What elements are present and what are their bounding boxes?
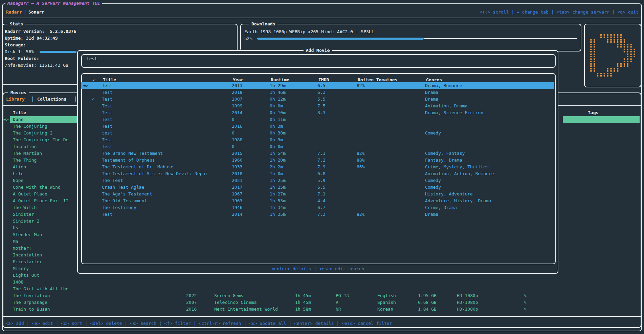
result-row[interactable]: ✓Test20070h 12m5.5Drama xyxy=(81,96,554,103)
library-item-label: Gone with the Wind xyxy=(10,184,77,191)
library-item[interactable]: 1408 xyxy=(3,279,77,286)
library-item[interactable]: Incantation xyxy=(3,252,77,258)
result-genres: Drama, Science Fiction xyxy=(425,109,483,116)
result-year: 2018 xyxy=(232,89,242,96)
download-percent: 52% xyxy=(244,35,252,42)
library-item-label: Ma xyxy=(10,238,77,245)
library-item-label: The Conjuring: The De xyxy=(10,137,77,143)
library-item[interactable]: The Conjuring: The De xyxy=(3,137,77,143)
result-runtime: 1h 54m xyxy=(270,150,286,157)
library-item[interactable]: Slender Man xyxy=(3,231,77,238)
result-imdb: 7.3 xyxy=(317,211,325,218)
result-row[interactable]: The Old Testament19631h 53m4.4Adventure,… xyxy=(81,197,554,204)
library-item[interactable]: Inception xyxy=(3,143,77,150)
tab-separator: │ xyxy=(24,9,26,16)
library-item-label: Lights Out xyxy=(10,272,77,279)
library-item[interactable]: The Martian xyxy=(3,150,77,157)
result-row[interactable]: Test20160h 3m xyxy=(81,123,554,130)
movie-detail-row[interactable]: 2016Next Entertainment World1h 58mNRKore… xyxy=(0,306,644,313)
library-item[interactable]: Nope xyxy=(3,177,77,184)
result-row[interactable]: The Testament of Sister New Devil: Depar… xyxy=(81,170,554,177)
result-row[interactable]: Testament of Orpheus19601h 20m7.288%Fant… xyxy=(81,157,554,164)
library-item[interactable]: A Quiet Place xyxy=(3,191,77,197)
title-column-header: Title xyxy=(13,109,26,116)
result-year: 1946 xyxy=(232,204,242,211)
result-row[interactable]: The Test20211h 25m5.9Comedy xyxy=(81,177,554,184)
movie-detail-row[interactable]: 2007Telecinco Cinema1h 45mRSpanish0.68 G… xyxy=(0,299,644,306)
library-item-label: Nope xyxy=(10,177,77,184)
tab-radarr[interactable]: Radarr xyxy=(6,9,22,16)
library-item[interactable]: Firestarter xyxy=(3,258,77,265)
library-item[interactable]: The Thing xyxy=(3,157,77,164)
result-runtime: 1h 25m xyxy=(270,177,286,184)
result-imdb: 5.9 xyxy=(317,177,325,184)
result-row[interactable]: Test20141h 35m7.382%Drama xyxy=(81,211,554,218)
library-item[interactable]: Gone with the Wind xyxy=(3,184,77,191)
library-item[interactable]: Sinister 2 xyxy=(3,218,77,225)
result-runtime: 1h 27m xyxy=(270,191,286,197)
library-item[interactable]: The Girl with All the xyxy=(3,286,77,292)
library-item[interactable]: The Conjuring 2 xyxy=(3,130,77,137)
result-runtime: 0h 3m xyxy=(270,137,283,143)
result-runtime: 1h 53m xyxy=(270,197,286,204)
result-year: 1967 xyxy=(232,191,242,197)
movie-search-input[interactable] xyxy=(86,56,554,62)
movie-studio: Screen Gems xyxy=(214,292,243,299)
result-title: Crash Test Aglae xyxy=(102,184,144,191)
result-genres: Comedy xyxy=(425,130,441,137)
result-runtime: 0h 30m xyxy=(270,130,286,137)
result-title: Test xyxy=(102,103,112,109)
tab-collections[interactable]: Collections xyxy=(37,96,66,103)
app-title: Managarr – A Servarr management TUI xyxy=(5,0,102,7)
library-item[interactable]: Alien xyxy=(3,164,77,170)
result-row[interactable]: The Testimony19461h 34m6.7Crime, Drama xyxy=(81,204,554,211)
library-item-label: Alien xyxy=(10,164,77,170)
result-row[interactable]: Test19880h 3m xyxy=(81,137,554,143)
result-imdb: 5.5 xyxy=(317,96,325,103)
library-item-label: Slender Man xyxy=(10,231,77,238)
library-item-label: The Girl with All the xyxy=(10,286,77,292)
library-item[interactable]: mother! xyxy=(3,245,77,252)
library-item-label: The Conjuring xyxy=(10,123,77,130)
result-row[interactable]: Crash Test Aglae20171h 25m6.5Comedy xyxy=(81,184,554,191)
result-imdb: 6.5 xyxy=(317,184,325,191)
tab-library[interactable]: Library xyxy=(6,96,25,103)
result-title: The Aga's Testament xyxy=(102,191,152,197)
library-item[interactable]: Us xyxy=(3,225,77,231)
result-row[interactable]: The Aga's Testament19671h 27m7.1History,… xyxy=(81,191,554,197)
result-row[interactable]: =>Test20131h 29m6.582%Drama, Romance xyxy=(81,82,554,89)
result-row[interactable]: The Brand New Testament20151h 54m7.182%C… xyxy=(81,150,554,157)
result-row[interactable]: Test20181h 46m6.3Drama xyxy=(81,89,554,96)
movie-year: 2022 xyxy=(186,292,197,299)
library-item[interactable]: Sinister xyxy=(3,211,77,218)
result-runtime: 0h 10m xyxy=(270,109,286,116)
library-item[interactable]: The Witch xyxy=(3,204,77,211)
library-item[interactable]: Misery xyxy=(3,265,77,272)
movies-panel-title: Movies xyxy=(8,89,29,96)
root-folder-line: /nfs/movies: 11511.43 GB xyxy=(5,62,68,69)
stats-panel-title: Stats xyxy=(7,21,25,27)
library-item[interactable]: Life xyxy=(3,170,77,177)
result-runtime: 1h 0m xyxy=(270,170,283,177)
result-row[interactable]: The Testament of Dr. Mabuse19332h 2m7.98… xyxy=(81,164,554,170)
library-item-label: Sinister 2 xyxy=(10,218,77,225)
library-item[interactable]: Ma xyxy=(3,238,77,245)
result-row[interactable]: Test19990h 0m7.5Animation, Drama xyxy=(81,103,554,109)
library-item[interactable]: =>Dune xyxy=(3,116,77,123)
result-year: 1963 xyxy=(232,197,242,204)
result-title: Test xyxy=(102,116,112,123)
tab-sonarr[interactable]: Sonarr xyxy=(28,9,44,16)
result-row[interactable]: Test00h 0m xyxy=(81,143,554,150)
library-item-label: A Quiet Place Part II xyxy=(10,197,77,204)
library-item[interactable]: Lights Out xyxy=(3,272,77,279)
library-item[interactable]: A Quiet Place Part II xyxy=(3,197,77,204)
library-item[interactable]: The Conjuring xyxy=(3,123,77,130)
download-progress-remainder xyxy=(424,38,577,39)
result-row[interactable]: Test00h 11m xyxy=(81,116,554,123)
result-row[interactable]: Test20140h 10m8.3Drama, Science Fiction xyxy=(81,109,554,116)
result-genres: Crime, Drama xyxy=(425,204,457,211)
result-rotten_tomatoes: 82% xyxy=(357,82,364,89)
movie-language: Korean xyxy=(377,306,393,313)
result-row[interactable]: test00h 30mComedy xyxy=(81,130,554,137)
movie-detail-row[interactable]: 2022Screen Gems1h 45mPG-13English1.95 GB… xyxy=(0,292,644,299)
